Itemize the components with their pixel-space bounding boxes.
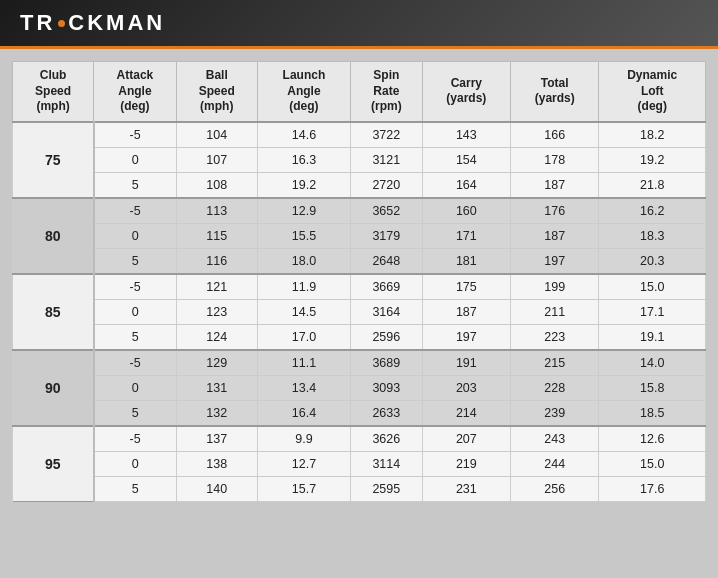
- col-header-carry: Carry(yards): [422, 62, 510, 122]
- logo-text-2: CKMAN: [68, 10, 165, 36]
- club-speed-cell: 75: [13, 122, 94, 198]
- table-row: 90-512911.1368919121514.0: [13, 350, 706, 376]
- table-row: 95-51379.9362620724312.6: [13, 426, 706, 452]
- launch_angle-cell: 9.9: [257, 426, 350, 452]
- table-row: 510819.2272016418721.8: [13, 172, 706, 198]
- dynamic_loft-cell: 18.3: [599, 223, 706, 248]
- col-header-attack_angle: AttackAngle(deg): [94, 62, 176, 122]
- carry-cell: 164: [422, 172, 510, 198]
- club-speed-cell: 95: [13, 426, 94, 502]
- carry-cell: 187: [422, 299, 510, 324]
- spin_rate-cell: 2596: [351, 324, 423, 350]
- carry-cell: 191: [422, 350, 510, 376]
- total-cell: 211: [511, 299, 599, 324]
- dynamic_loft-cell: 19.2: [599, 147, 706, 172]
- col-header-total: Total(yards): [511, 62, 599, 122]
- launch_angle-cell: 13.4: [257, 375, 350, 400]
- carry-cell: 160: [422, 198, 510, 224]
- ball_speed-cell: 116: [176, 248, 257, 274]
- attack_angle-cell: 0: [94, 451, 176, 476]
- attack_angle-cell: 5: [94, 248, 176, 274]
- spin_rate-cell: 3669: [351, 274, 423, 300]
- dynamic_loft-cell: 15.0: [599, 274, 706, 300]
- total-cell: 176: [511, 198, 599, 224]
- carry-cell: 214: [422, 400, 510, 426]
- attack_angle-cell: 0: [94, 299, 176, 324]
- spin_rate-cell: 3652: [351, 198, 423, 224]
- launch_angle-cell: 15.5: [257, 223, 350, 248]
- col-header-club_speed: ClubSpeed(mph): [13, 62, 94, 122]
- ball_speed-cell: 129: [176, 350, 257, 376]
- table-row: 80-511312.9365216017616.2: [13, 198, 706, 224]
- launch_angle-cell: 12.9: [257, 198, 350, 224]
- total-cell: 166: [511, 122, 599, 148]
- spin_rate-cell: 3689: [351, 350, 423, 376]
- total-cell: 256: [511, 476, 599, 501]
- spin_rate-cell: 3164: [351, 299, 423, 324]
- table-row: 512417.0259619722319.1: [13, 324, 706, 350]
- total-cell: 239: [511, 400, 599, 426]
- total-cell: 178: [511, 147, 599, 172]
- club-speed-cell: 85: [13, 274, 94, 350]
- dynamic_loft-cell: 20.3: [599, 248, 706, 274]
- attack_angle-cell: -5: [94, 274, 176, 300]
- club-speed-cell: 80: [13, 198, 94, 274]
- carry-cell: 219: [422, 451, 510, 476]
- table-row: 013812.7311421924415.0: [13, 451, 706, 476]
- table-row: 514015.7259523125617.6: [13, 476, 706, 501]
- carry-cell: 207: [422, 426, 510, 452]
- total-cell: 199: [511, 274, 599, 300]
- carry-cell: 203: [422, 375, 510, 400]
- attack_angle-cell: 5: [94, 324, 176, 350]
- launch_angle-cell: 14.5: [257, 299, 350, 324]
- carry-cell: 197: [422, 324, 510, 350]
- dynamic_loft-cell: 18.2: [599, 122, 706, 148]
- spin_rate-cell: 3121: [351, 147, 423, 172]
- attack_angle-cell: -5: [94, 350, 176, 376]
- total-cell: 187: [511, 223, 599, 248]
- table-row: 511618.0264818119720.3: [13, 248, 706, 274]
- ball_speed-cell: 137: [176, 426, 257, 452]
- ball_speed-cell: 115: [176, 223, 257, 248]
- carry-cell: 181: [422, 248, 510, 274]
- attack_angle-cell: 5: [94, 172, 176, 198]
- spin_rate-cell: 2595: [351, 476, 423, 501]
- dynamic_loft-cell: 19.1: [599, 324, 706, 350]
- spin_rate-cell: 3626: [351, 426, 423, 452]
- launch_angle-cell: 14.6: [257, 122, 350, 148]
- total-cell: 215: [511, 350, 599, 376]
- attack_angle-cell: -5: [94, 198, 176, 224]
- launch_angle-cell: 12.7: [257, 451, 350, 476]
- col-header-ball_speed: BallSpeed(mph): [176, 62, 257, 122]
- launch_angle-cell: 15.7: [257, 476, 350, 501]
- dynamic_loft-cell: 12.6: [599, 426, 706, 452]
- ball_speed-cell: 131: [176, 375, 257, 400]
- total-cell: 187: [511, 172, 599, 198]
- ball_speed-cell: 104: [176, 122, 257, 148]
- col-header-launch_angle: LaunchAngle(deg): [257, 62, 350, 122]
- total-cell: 197: [511, 248, 599, 274]
- attack_angle-cell: -5: [94, 426, 176, 452]
- launch_angle-cell: 18.0: [257, 248, 350, 274]
- table-row: 75-510414.6372214316618.2: [13, 122, 706, 148]
- table-row: 013113.4309320322815.8: [13, 375, 706, 400]
- table-header-row: ClubSpeed(mph)AttackAngle(deg)BallSpeed(…: [13, 62, 706, 122]
- attack_angle-cell: -5: [94, 122, 176, 148]
- carry-cell: 231: [422, 476, 510, 501]
- carry-cell: 143: [422, 122, 510, 148]
- total-cell: 243: [511, 426, 599, 452]
- dynamic_loft-cell: 18.5: [599, 400, 706, 426]
- ball_speed-cell: 107: [176, 147, 257, 172]
- table-container: ClubSpeed(mph)AttackAngle(deg)BallSpeed(…: [0, 49, 718, 514]
- total-cell: 244: [511, 451, 599, 476]
- spin_rate-cell: 2648: [351, 248, 423, 274]
- table-row: 010716.3312115417819.2: [13, 147, 706, 172]
- table-row: 012314.5316418721117.1: [13, 299, 706, 324]
- attack_angle-cell: 0: [94, 375, 176, 400]
- carry-cell: 154: [422, 147, 510, 172]
- launch_angle-cell: 19.2: [257, 172, 350, 198]
- attack_angle-cell: 0: [94, 223, 176, 248]
- dynamic_loft-cell: 15.0: [599, 451, 706, 476]
- total-cell: 228: [511, 375, 599, 400]
- club-speed-cell: 90: [13, 350, 94, 426]
